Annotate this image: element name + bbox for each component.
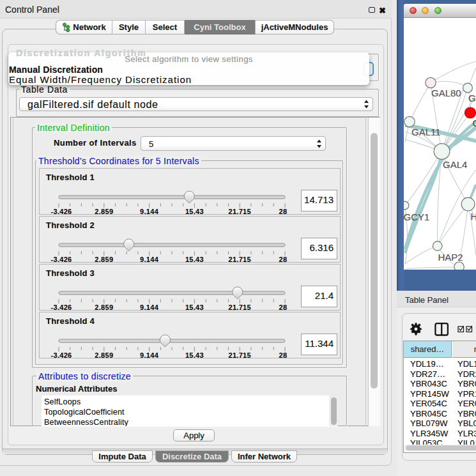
svg-text:21.715: 21.715 (228, 208, 250, 215)
svg-text:21.715: 21.715 (228, 256, 250, 263)
svg-text:GAL80: GAL80 (431, 88, 461, 98)
svg-text:C: C (473, 118, 476, 128)
svg-text:9.144: 9.144 (140, 256, 159, 263)
svg-text:-3.426: -3.426 (51, 256, 72, 263)
svg-text:GAL11: GAL11 (411, 127, 441, 137)
svg-text:2.859: 2.859 (95, 303, 113, 311)
svg-text:28: 28 (279, 208, 288, 215)
svg-text:15.43: 15.43 (185, 256, 204, 263)
svg-text:H: H (471, 211, 476, 222)
svg-text:28: 28 (279, 351, 288, 359)
svg-text:2.859: 2.859 (95, 351, 113, 359)
svg-text:GAL4: GAL4 (443, 159, 467, 170)
svg-text:-3.426: -3.426 (51, 351, 72, 359)
svg-text:15.43: 15.43 (185, 351, 204, 359)
svg-text:GAL: GAL (468, 93, 476, 104)
svg-text:GCY1: GCY1 (404, 211, 429, 222)
svg-text:9.144: 9.144 (140, 303, 159, 311)
svg-text:-3.426: -3.426 (51, 303, 72, 311)
svg-text:-3.426: -3.426 (51, 208, 72, 215)
svg-text:15.43: 15.43 (185, 303, 204, 311)
svg-text:21.715: 21.715 (228, 303, 250, 311)
svg-text:28: 28 (279, 303, 288, 311)
svg-text:2.859: 2.859 (95, 256, 113, 263)
svg-text:HAP2: HAP2 (438, 252, 463, 263)
svg-text:9.144: 9.144 (140, 208, 159, 215)
svg-text:9.144: 9.144 (140, 351, 159, 359)
svg-text:21.715: 21.715 (228, 351, 250, 359)
svg-text:28: 28 (279, 256, 288, 263)
svg-text:2.859: 2.859 (95, 208, 113, 215)
svg-text:15.43: 15.43 (185, 208, 204, 215)
